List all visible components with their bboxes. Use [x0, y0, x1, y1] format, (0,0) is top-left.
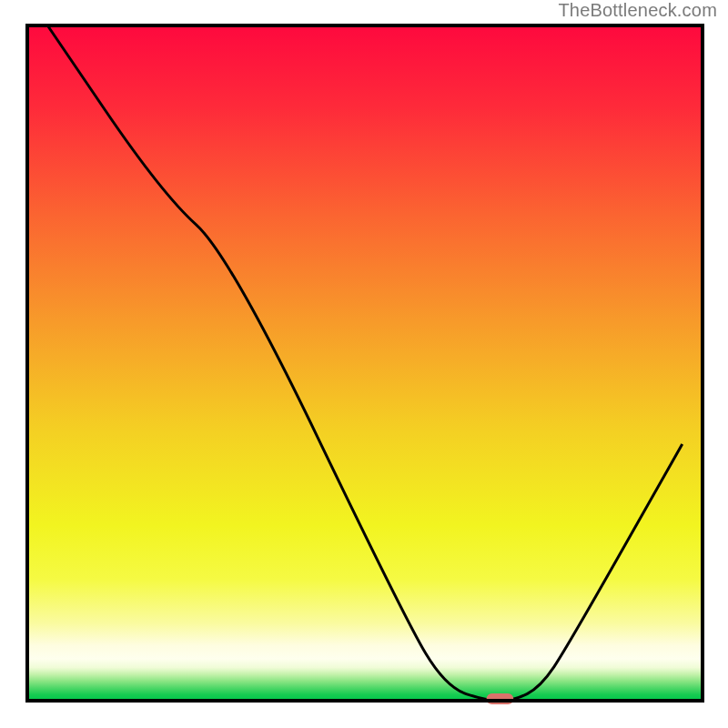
watermark-text: TheBottleneck.com — [558, 0, 717, 21]
plot-background — [27, 25, 703, 701]
bottleneck-chart: TheBottleneck.com — [0, 0, 728, 728]
chart-svg — [0, 0, 728, 728]
